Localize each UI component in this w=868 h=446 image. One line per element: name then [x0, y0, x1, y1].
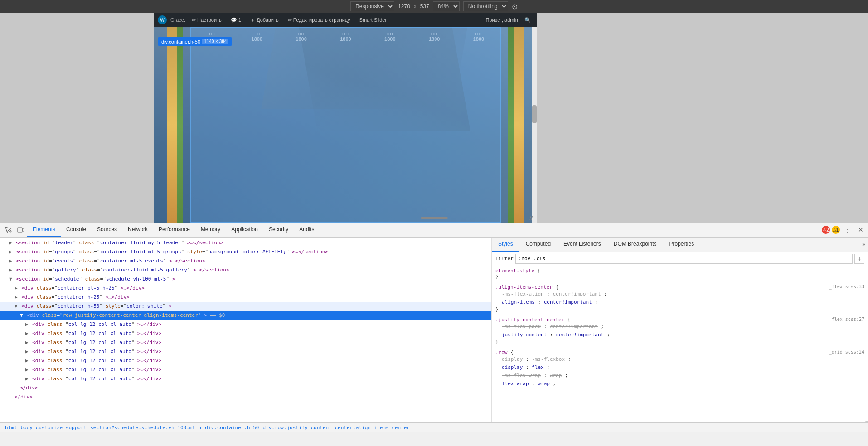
right-gold-band — [514, 27, 524, 223]
styles-tab[interactable]: Styles — [492, 238, 519, 252]
viewport-width-label: 1270 — [398, 3, 410, 10]
wp-hello-text: Привет, admin — [485, 17, 518, 23]
styles-filter-bar: Filter + — [492, 252, 868, 266]
collapse-arrow[interactable]: ▶ — [25, 376, 29, 382]
collapse-arrow[interactable]: ▶ — [15, 285, 18, 291]
scrollbar-thumb[interactable] — [532, 105, 537, 123]
collapse-arrow[interactable]: ▶ — [9, 258, 12, 264]
website-frame: W Grace. ✏ Настроить 💬 1 ＋ Добавить ✏ Ре… — [154, 13, 537, 223]
resize-handle[interactable] — [421, 217, 448, 219]
html-line-col2[interactable]: ▶ <div class="col-lg-12 col-xl-auto" >…<… — [0, 329, 491, 338]
html-line-section-events[interactable]: ▶ <section id="events" class="container … — [0, 257, 491, 266]
breadcrumb-section[interactable]: section#schedule.schedule.vh-100.mt-5 — [89, 425, 203, 431]
css-prop-ms-flex-align: -ms-flex-align : center!important ; — [495, 290, 864, 298]
collapse-arrow[interactable]: ▶ — [25, 349, 29, 354]
html-line-col3[interactable]: ▶ <div class="col-lg-12 col-xl-auto" >…<… — [0, 338, 491, 347]
html-line-div-row-selected[interactable]: ▼ <div class="row justify-content-center… — [0, 311, 491, 320]
tab-application[interactable]: Application — [226, 223, 263, 237]
collapse-arrow[interactable]: ▶ — [9, 240, 12, 246]
main-container: W Grace. ✏ Настроить 💬 1 ＋ Добавить ✏ Ре… — [0, 13, 868, 432]
html-line-col1[interactable]: ▶ <div class="col-lg-12 col-xl-auto" >…<… — [0, 320, 491, 329]
breadcrumb-html[interactable]: html — [4, 425, 19, 431]
breadcrumb-div-container[interactable]: div.container.h-50 — [204, 425, 260, 431]
dom-breakpoints-tab[interactable]: DOM Breakpoints — [607, 238, 663, 252]
close-devtools-button[interactable]: ✕ — [855, 226, 866, 233]
styles-side-panel: Styles Computed Event Listeners DOM Brea… — [492, 238, 868, 423]
zoom-selector[interactable]: 84% — [433, 1, 460, 11]
collapse-arrow[interactable]: ▶ — [15, 294, 18, 300]
tab-audits[interactable]: Audits — [294, 223, 320, 237]
wp-logo: W — [158, 15, 167, 24]
css-prop-flex-wrap: flex-wrap : wrap ; — [495, 380, 864, 388]
more-devtools-button[interactable]: ⋮ — [842, 226, 853, 233]
devtools-content-area: ▶ <section id="leader" class="container-… — [0, 238, 868, 423]
css-prop-ms-flex-pack: -ms-flex-pack : center!important ; — [495, 323, 864, 331]
html-line-col7[interactable]: ▶ <div class="col-lg-12 col-xl-auto" >…<… — [0, 374, 491, 383]
html-line-section-leader[interactable]: ▶ <section id="leader" class="container-… — [0, 238, 491, 247]
wp-customize-btn[interactable]: ✏ Настроить — [189, 16, 224, 24]
css-selector-align: .align-items-center { _flex.scss:33 — [495, 284, 864, 290]
css-block-row: .row { _grid.scss:24 display : -ms-flexb… — [495, 349, 864, 388]
collapse-arrow[interactable]: ▶ — [25, 321, 29, 327]
breadcrumb-div-row[interactable]: div.row.justify-content-center.align-ite… — [261, 425, 411, 431]
collapse-arrow[interactable]: ▼ — [15, 303, 18, 309]
css-prop-ms-flex-wrap: -ms-flex-wrap : wrap ; — [495, 372, 864, 380]
html-line-section-schedule[interactable]: ▼ <section id="schedule" class="schedule… — [0, 275, 491, 284]
collapse-arrow[interactable]: ▶ — [9, 249, 12, 255]
wp-search-btn[interactable]: 🔍 — [522, 16, 533, 24]
html-line-section-gallery[interactable]: ▶ <section id="gallery" class="container… — [0, 266, 491, 275]
css-close-element: } — [495, 274, 864, 280]
wp-slider-btn[interactable]: Smart Slider — [357, 16, 390, 24]
wp-comments-btn[interactable]: 💬 1 — [228, 16, 244, 24]
svg-rect-1 — [23, 228, 24, 231]
tab-elements[interactable]: Elements — [27, 223, 61, 237]
site-content-area: ПН 1800 ПН 1800 ПН 1800 — [154, 27, 537, 223]
device-selector[interactable]: Responsive — [350, 1, 394, 11]
properties-tab[interactable]: Properties — [663, 238, 700, 252]
error-badge: ⚠2 — [822, 226, 830, 234]
html-line-close-div2[interactable]: </div> — [0, 393, 491, 402]
html-line-close-div[interactable]: </div> — [0, 383, 491, 393]
wp-add-btn[interactable]: ＋ Добавить — [247, 16, 281, 24]
tab-memory[interactable]: Memory — [195, 223, 226, 237]
html-line-col5[interactable]: ▶ <div class="col-lg-12 col-xl-auto" >…<… — [0, 356, 491, 365]
throttling-selector[interactable]: No throttling — [463, 1, 508, 11]
add-style-rule-button[interactable]: + — [854, 254, 864, 264]
breadcrumb-body[interactable]: body.customize-support — [19, 425, 88, 431]
wp-edit-btn[interactable]: ✏ Редактировать страницу — [285, 16, 353, 24]
collapse-arrow[interactable]: ▶ — [25, 367, 29, 373]
more-options-button[interactable]: ⊙ — [512, 2, 518, 11]
collapse-arrow[interactable]: ▼ — [9, 276, 12, 282]
tab-security[interactable]: Security — [263, 223, 294, 237]
collapse-arrow[interactable]: ▶ — [25, 339, 29, 345]
collapse-arrow[interactable]: ▶ — [25, 358, 29, 364]
html-line-section-groups[interactable]: ▶ <section id="groups" class="container-… — [0, 247, 491, 257]
html-line-div-container-h50[interactable]: ▼ <div class="container h-50" style="col… — [0, 302, 491, 311]
tab-performance[interactable]: Performance — [153, 223, 195, 237]
styles-scrollbar[interactable] — [865, 421, 868, 422]
html-line-col6[interactable]: ▶ <div class="col-lg-12 col-xl-auto" >…<… — [0, 365, 491, 374]
element-highlight-tooltip: div.container.h-50 1140 × 384 — [158, 37, 232, 46]
tooltip-class: div.container.h-50 — [161, 39, 200, 44]
html-line-div-container-pt5[interactable]: ▶ <div class="container pt-5 h-25" >…</d… — [0, 284, 491, 293]
styles-scroll-indicator — [492, 421, 868, 422]
html-line-col4[interactable]: ▶ <div class="col-lg-12 col-xl-auto" >…<… — [0, 347, 491, 356]
more-tabs-button[interactable]: » — [862, 241, 865, 247]
computed-tab[interactable]: Computed — [519, 238, 557, 252]
tab-console[interactable]: Console — [61, 223, 92, 237]
tab-network[interactable]: Network — [122, 223, 153, 237]
css-prop-display-ms-flexbox: display : -ms-flexbox ; — [495, 355, 864, 364]
arrow-icon[interactable]: ▼ — [20, 312, 23, 318]
inspect-element-button[interactable] — [2, 223, 15, 237]
event-listeners-tab[interactable]: Event Listeners — [557, 238, 607, 252]
styles-filter-input[interactable] — [515, 254, 853, 264]
tab-sources[interactable]: Sources — [92, 223, 122, 237]
html-line-div-container-h25[interactable]: ▶ <div class="container h-25" >…</div> — [0, 293, 491, 302]
resize-corner-icon: // — [529, 215, 533, 222]
device-toolbar-toggle[interactable] — [15, 223, 27, 237]
collapse-arrow[interactable]: ▶ — [9, 267, 12, 273]
scrollbar-track[interactable] — [532, 27, 537, 223]
breadcrumb-bar: html body.customize-support section#sche… — [0, 422, 868, 432]
collapse-arrow[interactable]: ▶ — [25, 330, 29, 336]
devtools-tab-bar: Elements Console Sources Network Perform… — [0, 223, 868, 238]
